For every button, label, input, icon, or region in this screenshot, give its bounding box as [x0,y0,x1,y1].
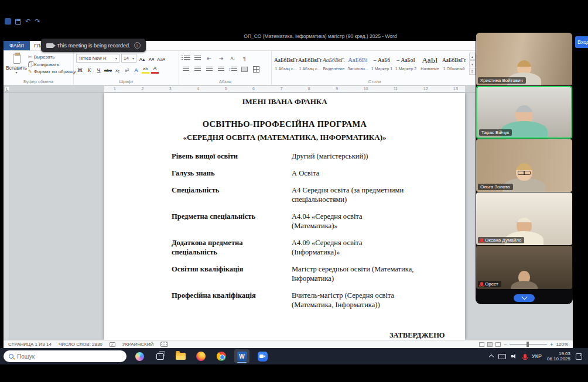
read-mode-icon[interactable] [479,342,484,347]
print-layout-icon[interactable] [487,342,493,347]
firefox-button[interactable] [193,349,208,363]
shading-button[interactable] [240,65,249,74]
style-card[interactable]: АаБбВвГ.Выделение [322,53,346,77]
file-explorer-button[interactable] [173,349,188,363]
style-label: Выделение [322,67,346,71]
style-label: 1 Абзац с... [274,67,298,71]
sort-button[interactable] [228,54,237,63]
style-label: Заголово... [346,67,370,71]
cut-button[interactable]: Вырезать [28,54,76,60]
zoom-out-icon[interactable] [504,342,507,347]
style-card[interactable]: АаБбВвГг,1 Абзац с... [298,53,322,77]
paste-label: Вставить [6,65,27,71]
doc-field-value: Вчитель-магістр (Середня освіта (Математ… [292,291,439,309]
tab-selector[interactable] [5,86,10,92]
tray-language[interactable]: УКР [532,353,542,359]
quick-access-toolbar [5,18,40,25]
vertical-ruler[interactable] [4,93,9,340]
notification-icon[interactable] [576,353,582,360]
tray-clock[interactable]: 19:03 06.10.2025 [547,351,570,362]
participant-tile-active-speaker[interactable]: Тарас Війчук [476,86,572,139]
align-right-button[interactable] [205,65,214,74]
subscript-button[interactable]: x₂ [114,65,121,74]
style-card[interactable]: АаЬІНазвание [418,53,442,77]
participant-tile[interactable]: Оксана Думайло [476,192,572,245]
participant-tile[interactable]: Ольга Золота [476,139,572,192]
word-count[interactable]: ЧИСЛО СЛОВ: 2830 [59,342,102,347]
zoom-level[interactable]: 120% [556,342,568,347]
page-count[interactable]: СТРАНИЦА 1 ИЗ 14 [8,342,52,347]
taskbar: УКР 19:03 06.10.2025 [0,348,588,364]
font-color-button[interactable]: А [151,65,159,74]
show-marks-button[interactable] [240,54,249,63]
styles-scroll-down-icon[interactable] [469,60,476,67]
decrease-indent-button[interactable] [205,54,214,63]
zoom-slider[interactable] [510,344,547,345]
styles-gallery-more-icon[interactable] [469,68,476,75]
change-case-button[interactable] [157,54,165,63]
tray-chevron-up-icon[interactable] [489,355,494,359]
style-card[interactable]: АаБбВіЗаголово... [346,53,370,77]
align-center-button[interactable] [193,65,202,74]
search-input[interactable] [17,353,105,360]
keyboard-icon[interactable] [160,342,168,347]
taskbar-search[interactable] [4,350,127,362]
tab-file[interactable]: ФАЙЛ [4,41,30,50]
volume-icon[interactable] [511,354,518,359]
text-effects-button[interactable]: А [132,65,140,74]
style-card[interactable]: – АаБб1 Маркер 1 [370,53,394,77]
undo-icon[interactable] [25,18,30,25]
web-layout-icon[interactable] [495,342,501,347]
style-preview: АаБбВвГг, [274,54,298,67]
redo-icon[interactable] [35,18,40,25]
word-taskbar-button[interactable] [234,349,249,363]
shrink-font-button[interactable] [148,54,155,63]
italic-button[interactable]: К [86,65,93,74]
paste-button[interactable]: Вставить [6,53,27,77]
ribbon-group-paragraph: Абзац [179,51,272,85]
font-size-combo[interactable]: 14 [121,54,136,63]
highlight-button[interactable]: ab [142,65,149,74]
spellcheck-icon[interactable] [110,342,115,347]
tray-muted-mic-icon[interactable] [524,354,527,359]
numbered-list-button[interactable] [193,54,202,63]
align-center-icon [194,67,201,72]
chrome-button[interactable] [214,349,229,363]
copy-button[interactable]: Копировать [28,61,76,67]
doc-heading-institution: ІМЕНІ ІВАНА ФРАНКА [104,97,465,106]
align-left-button[interactable] [182,65,190,74]
muted-mic-icon [480,282,483,286]
style-card[interactable]: – АаБоІ1 Маркер 2 [394,53,418,77]
style-card[interactable]: АаБбВвГг,1 Обычный [442,53,466,77]
bold-button[interactable]: Ж [76,65,84,74]
underline-button[interactable]: Ч [95,65,102,74]
line-spacing-button[interactable] [228,65,237,74]
style-card[interactable]: АаБбВвГг,1 Абзац с... [274,53,298,77]
font-family-combo[interactable]: Times New R [76,54,119,63]
zoom-in-icon[interactable] [550,342,553,347]
participant-tile[interactable]: Христина Войтович [476,33,572,85]
bullet-list-button[interactable] [182,54,190,63]
copilot-button[interactable] [132,349,147,363]
save-icon[interactable] [15,19,21,25]
borders-button[interactable] [252,65,261,74]
info-icon[interactable] [134,42,141,49]
language-indicator[interactable]: УКРАИНСКИЙ [122,342,153,347]
justify-button[interactable] [217,65,225,74]
zoom-slider-thumb[interactable] [527,342,529,347]
zoom-taskbar-button[interactable] [255,349,270,363]
display-icon[interactable] [498,354,506,359]
participant-name: Оксана Думайло [485,238,521,243]
participant-tile[interactable]: Орест [476,246,572,289]
document-page[interactable]: ІМЕНІ ІВАНА ФРАНКА ОСВІТНЬО-ПРОФЕСІЙНА П… [104,93,465,340]
task-view-button[interactable] [152,349,167,363]
participant-name-tag: Ольга Золота [478,184,513,190]
panel-expand-button[interactable] [514,294,535,302]
strikethrough-button[interactable]: abc [104,65,112,74]
fullscreen-exit-button[interactable]: Вход [575,36,588,48]
styles-scroll-up-icon[interactable] [469,53,476,60]
grow-font-button[interactable] [138,54,146,63]
format-painter-button[interactable]: Формат по образцу [28,69,76,74]
increase-indent-button[interactable] [217,54,225,63]
superscript-button[interactable]: x² [123,65,131,74]
